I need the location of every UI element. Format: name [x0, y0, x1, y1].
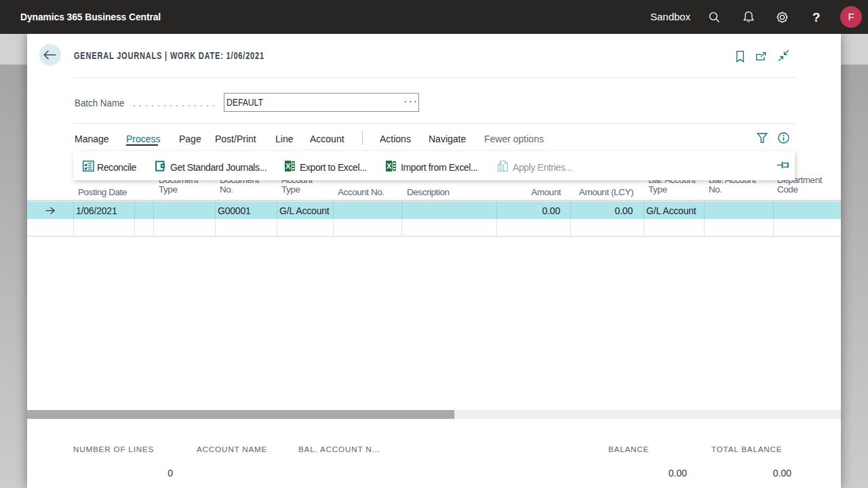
svg-text:X: X: [387, 162, 392, 170]
svg-text:X: X: [285, 162, 291, 170]
